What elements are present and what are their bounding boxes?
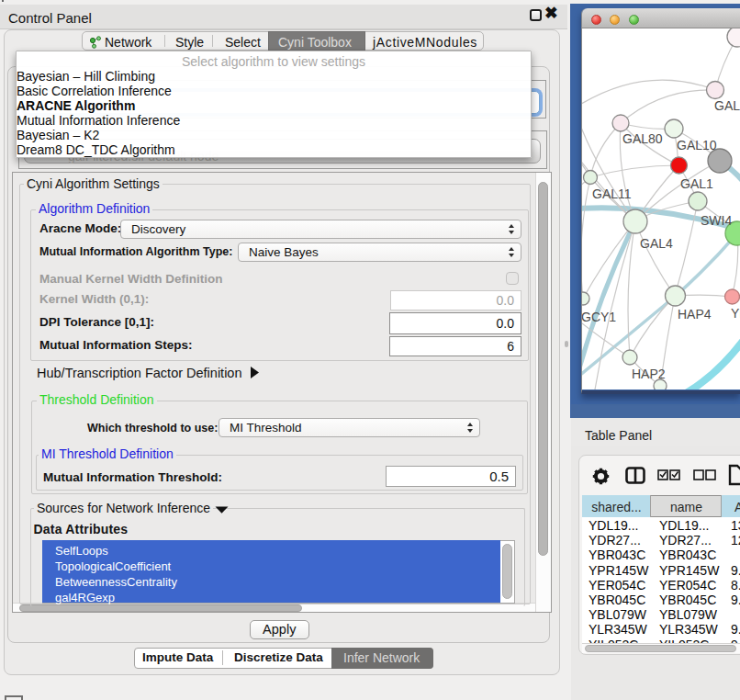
svg-text:GCY1: GCY1 [582,310,616,324]
svg-text:HAP2: HAP2 [632,367,666,381]
svg-text:GAL11: GAL11 [592,186,632,201]
svg-text:GAL80: GAL80 [622,131,663,146]
svg-text:HAP4: HAP4 [678,307,712,322]
svg-text:GAL4: GAL4 [640,236,673,251]
svg-text:GAL3: GAL3 [714,98,740,113]
svg-text:SWI4: SWI4 [701,213,732,228]
svg-text:GAL10: GAL10 [677,138,717,152]
svg-text:GAL1: GAL1 [680,176,713,191]
svg-text:YD: YD [731,306,740,321]
